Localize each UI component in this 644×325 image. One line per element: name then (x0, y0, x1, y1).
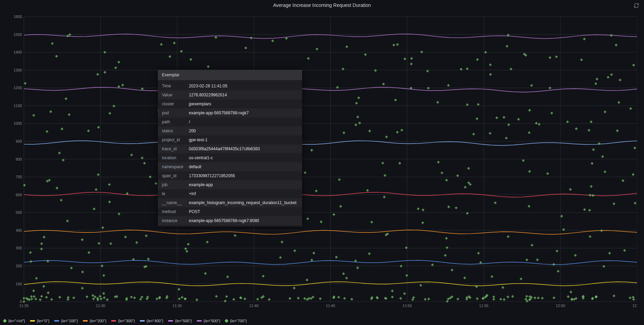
legend-item[interactable]: {le="0"} (30, 319, 49, 323)
svg-rect-136 (356, 116, 359, 118)
svg-rect-229 (336, 86, 339, 89)
svg-rect-373 (215, 295, 218, 298)
svg-rect-52 (22, 300, 25, 303)
svg-rect-365 (528, 170, 531, 173)
svg-rect-186 (385, 135, 388, 138)
tooltip-val: jpexemplars (189, 102, 298, 106)
svg-rect-228 (368, 130, 371, 132)
svg-rect-195 (141, 296, 143, 298)
svg-rect-360 (343, 131, 345, 134)
svg-rect-145 (173, 42, 176, 45)
svg-rect-224 (556, 250, 558, 252)
tooltip-row: instanceexample-app-5657588788-rxgk7:808… (158, 216, 302, 225)
tooltip-key: trace_id (162, 146, 189, 151)
svg-rect-354 (569, 290, 572, 293)
svg-rect-318 (538, 123, 540, 126)
legend-item[interactable]: {le="+Inf"} (3, 319, 25, 323)
svg-rect-188 (522, 159, 525, 162)
svg-rect-397 (22, 297, 25, 299)
svg-rect-375 (343, 297, 346, 300)
svg-rect-487 (427, 297, 430, 300)
svg-rect-449 (181, 296, 183, 299)
legend-item[interactable]: {le="600"} (197, 319, 221, 323)
svg-text:11:50: 11:50 (403, 304, 412, 308)
tooltip-key: Time (162, 84, 189, 88)
tooltip-val: gpe-test-1 (189, 137, 298, 142)
legend-item[interactable]: {le="200"} (83, 319, 107, 323)
svg-rect-203 (56, 187, 58, 189)
svg-rect-173 (427, 87, 430, 89)
svg-rect-433 (139, 298, 142, 300)
svg-rect-301 (81, 270, 84, 273)
svg-rect-104 (549, 56, 551, 59)
svg-rect-267 (445, 179, 448, 181)
svg-rect-422 (72, 296, 75, 299)
svg-rect-56 (610, 73, 613, 76)
svg-rect-256 (113, 105, 115, 107)
svg-rect-313 (445, 237, 448, 240)
legend-label: {le="100"} (61, 319, 78, 323)
legend-item[interactable]: {le="500"} (168, 319, 192, 323)
svg-rect-326 (294, 249, 296, 252)
refresh-icon[interactable] (634, 3, 639, 9)
legend-item[interactable]: {le="300"} (111, 319, 135, 323)
svg-rect-334 (633, 146, 636, 149)
svg-rect-191 (574, 254, 577, 257)
legend-label: {le="+Inf"} (8, 319, 25, 323)
svg-rect-479 (225, 295, 228, 298)
svg-rect-252 (490, 275, 493, 278)
legend-item[interactable]: {le="400"} (140, 319, 164, 323)
chart-svg[interactable]: 0100200300400500600700800900100011001200… (12, 14, 637, 311)
svg-rect-184 (207, 65, 210, 68)
svg-rect-155 (304, 171, 306, 174)
legend-item[interactable]: {le="700"} (225, 319, 247, 323)
svg-rect-132 (342, 272, 345, 275)
svg-rect-223 (410, 63, 413, 65)
svg-rect-342 (456, 174, 459, 177)
svg-rect-392 (39, 298, 41, 301)
svg-rect-199 (262, 275, 265, 277)
svg-rect-259 (594, 82, 597, 85)
svg-rect-437 (240, 296, 242, 299)
tooltip-val: +Inf (189, 191, 298, 196)
svg-rect-368 (422, 209, 424, 211)
svg-rect-333 (47, 291, 49, 294)
svg-rect-341 (310, 259, 313, 261)
svg-rect-484 (45, 296, 48, 299)
tooltip-row: le+Inf (158, 189, 302, 198)
svg-rect-296 (384, 174, 386, 177)
svg-rect-165 (496, 116, 498, 119)
svg-rect-211 (557, 270, 559, 273)
svg-rect-101 (103, 51, 106, 54)
svg-rect-212 (370, 221, 373, 223)
svg-text:1500: 1500 (13, 32, 22, 37)
svg-rect-240 (619, 78, 622, 81)
svg-rect-350 (124, 236, 127, 238)
svg-rect-380 (552, 296, 555, 299)
svg-rect-204 (95, 188, 97, 191)
svg-rect-107 (97, 126, 100, 128)
svg-rect-473 (268, 298, 270, 301)
svg-text:12:00: 12:00 (556, 304, 565, 308)
plot-area[interactable]: 0100200300400500600700800900100011001200… (12, 14, 637, 311)
svg-rect-122 (135, 241, 138, 244)
svg-rect-323 (368, 252, 371, 255)
svg-rect-275 (382, 83, 385, 85)
svg-text:1000: 1000 (13, 121, 22, 125)
legend-item[interactable]: {le="100"} (54, 319, 78, 323)
svg-rect-168 (601, 155, 604, 158)
svg-rect-113 (35, 277, 38, 280)
legend-swatch (54, 320, 59, 322)
svg-rect-123 (634, 202, 636, 204)
tooltip-key: namespace (162, 164, 189, 169)
panel-header: Average Increase Incoming Request Durati… (0, 0, 644, 10)
tooltip-val: 1276.803229962014 (189, 93, 298, 97)
tooltip-key: project_id (162, 137, 189, 142)
svg-rect-398 (297, 297, 300, 299)
tooltip-key: pod (162, 111, 189, 115)
svg-rect-241 (484, 51, 487, 54)
svg-rect-431 (106, 298, 108, 301)
svg-rect-276 (552, 263, 555, 266)
tooltip-body: Time2023-02-28 11:41:05Value1276.8032299… (158, 80, 302, 227)
tooltip-val: 17333098712271852055 (189, 173, 298, 178)
